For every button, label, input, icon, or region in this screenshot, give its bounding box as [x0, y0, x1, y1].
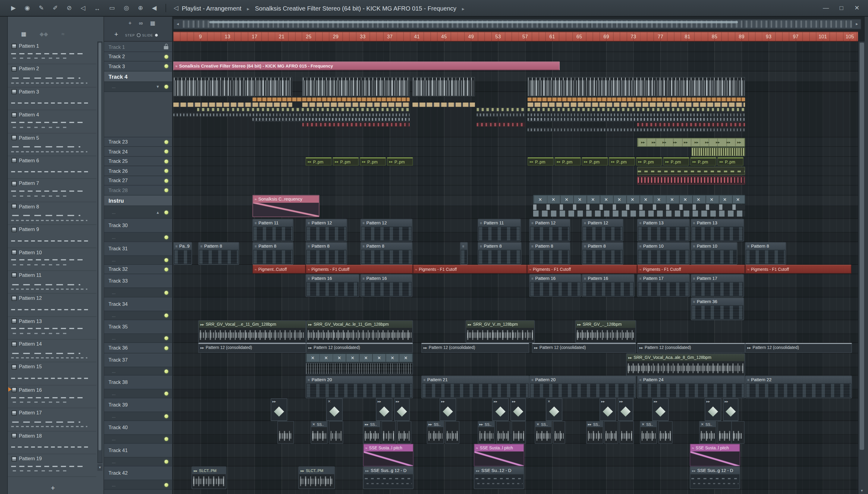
track-row[interactable]: ... [104, 390, 172, 398]
audio-clip[interactable] [412, 77, 475, 96]
pattern-list-item[interactable]: Pattern 3 [8, 88, 96, 110]
pattern-clip[interactable]: ≡Pattern 13 [691, 219, 744, 242]
pattern-clip[interactable]: ≡Pattern 13 [637, 219, 690, 242]
track-led[interactable] [164, 178, 169, 183]
track-row[interactable]: ... [104, 480, 172, 490]
track-row[interactable]: Track 31 [104, 242, 172, 256]
audio-clip[interactable]: ▸▸P..pm [555, 157, 580, 166]
clip[interactable] [528, 97, 745, 101]
track-row[interactable]: ...▴ [104, 206, 172, 218]
magnify-icon[interactable]: ⊕ [138, 4, 143, 12]
track-row[interactable]: ... [104, 334, 172, 343]
audio-clip[interactable]: ▸▸SS.. [478, 421, 495, 444]
clip[interactable] [305, 363, 413, 375]
track-row[interactable]: Track 26 [104, 166, 172, 176]
track-row[interactable]: ... [104, 311, 172, 320]
audio-clip[interactable]: ▸▸Pattern 12 (consolidated) [637, 343, 745, 353]
track-led[interactable] [164, 437, 169, 441]
audio-clip[interactable]: ▸▸P..pm [582, 157, 608, 166]
pattern-clip[interactable]: ≡Pattern 8 [582, 242, 623, 265]
scroll-right-icon[interactable]: ▸ [853, 22, 861, 27]
track-led[interactable] [164, 85, 169, 89]
pattern-clip[interactable]: ≡Pattern 11 [478, 219, 521, 242]
audio-clip[interactable]: ▸▸SRR_GV_.._128bpm [575, 320, 636, 343]
track-row[interactable]: Track 39 [104, 398, 172, 412]
audio-clip[interactable] [604, 421, 618, 444]
track-row[interactable]: Instru [104, 195, 172, 206]
track-row[interactable]: Track 28 [104, 186, 172, 195]
automation-clip[interactable]: ≈Pigment..Cutoff [253, 265, 305, 273]
pattern-list-item[interactable]: Pattern 4 [8, 110, 96, 133]
track-led[interactable] [164, 169, 169, 173]
pattern-clip[interactable]: ≡Pattern 16 [529, 274, 581, 297]
audio-clip[interactable]: ▸▸Pattern 12 (consolidated) [532, 343, 636, 353]
audio-clip[interactable] [619, 421, 634, 444]
audio-clip[interactable]: ✕SS.. [640, 421, 657, 444]
chevron-down-icon[interactable]: ▾ [157, 84, 159, 89]
audio-clip[interactable]: ✕ [546, 398, 563, 421]
clip[interactable] [476, 113, 525, 117]
pattern-clip[interactable]: ≡Pattern 8 [360, 242, 413, 265]
mute-tool-icon[interactable]: ◁ [81, 4, 85, 12]
track-row[interactable]: Track 40 [104, 421, 172, 435]
track-led[interactable] [164, 64, 169, 68]
playback-tool-icon[interactable]: ◀ [152, 4, 157, 12]
add-track-button[interactable]: + [113, 31, 120, 39]
audio-clip[interactable]: ▸▸SRR_GV_V..m_128bpm [466, 320, 535, 343]
pattern-list-item[interactable]: Pattern 14 [8, 340, 96, 362]
track-led[interactable] [164, 460, 169, 463]
pattern-list-item[interactable]: Pattern 16 [8, 385, 96, 408]
clip[interactable] [528, 107, 745, 112]
clip[interactable] [253, 117, 410, 122]
track-row[interactable]: Track 24 [104, 147, 172, 157]
pattern-scroll-down-icon[interactable]: ▾ [97, 464, 102, 471]
track-row[interactable]: Track 30 [104, 219, 172, 233]
track-row[interactable]: Track 4 [104, 72, 172, 82]
add-pattern-button[interactable]: + [8, 483, 98, 492]
pattern-picker-icon[interactable]: ▦ [21, 31, 26, 37]
pattern-clip[interactable]: ≡Pattern 16 [305, 274, 359, 297]
audio-clip[interactable]: ▸▸SLCT..PM [298, 467, 335, 489]
audio-clip[interactable]: ▸▸Pattern 12 (consolidated) [421, 343, 529, 353]
track-row[interactable] [104, 92, 172, 137]
clip[interactable] [476, 107, 525, 112]
track-led[interactable] [164, 392, 169, 396]
audio-clip[interactable]: ▸▸ [723, 398, 738, 421]
pattern-clip[interactable]: ≡Pattern 16 [360, 274, 413, 297]
audio-clip[interactable] [658, 421, 673, 444]
track-row[interactable]: Track 37 [104, 354, 172, 367]
track-led[interactable] [164, 235, 169, 239]
minimize-icon[interactable]: — [818, 4, 834, 12]
pattern-clip[interactable]: ▸▸SSE Sus..g 12 - D [690, 467, 740, 489]
arrange-icon[interactable]: + [129, 20, 132, 26]
pattern-clip[interactable]: ≡Pattern 8 [198, 242, 239, 265]
pattern-clip[interactable]: ≡Pattern 8 [745, 242, 786, 265]
track-row[interactable]: Track 36 [104, 343, 172, 354]
pattern-clip[interactable]: ≡Pattern 10 [637, 242, 690, 265]
track-led[interactable] [164, 290, 169, 294]
track-led[interactable] [164, 258, 169, 262]
audio-clip[interactable] [397, 421, 411, 444]
audio-clip[interactable]: ▸▸SRR_GV_Vocal_Ac..le_11_Gm_128bpm [306, 320, 413, 343]
audio-clip[interactable] [511, 421, 526, 444]
pattern-clip[interactable]: ≡ [460, 242, 468, 265]
track-row[interactable]: ... [104, 288, 172, 297]
pattern-clip[interactable]: ≡Pattern 24 [637, 376, 745, 398]
audio-clip[interactable]: ▸▸Pattern 12 (consolidated) [198, 343, 306, 353]
slip-tool-icon[interactable]: ↔ [94, 5, 100, 12]
automation-clip[interactable]: ≈Pigments - F1 Cutoff [637, 265, 745, 273]
track-row[interactable]: Track 41 [104, 444, 172, 457]
audio-clip[interactable]: ✕SS.. [535, 421, 552, 444]
fl-logo-icon[interactable]: ◉ [25, 4, 30, 12]
pattern-clip[interactable]: ≡Pattern 22 [745, 376, 852, 398]
automation-clip[interactable]: ≈SSE Susta..l pitch [363, 444, 414, 466]
audio-clip[interactable]: ▸▸SS.. [427, 421, 444, 444]
clip[interactable] [533, 205, 745, 210]
clip[interactable] [528, 127, 745, 132]
pattern-list-item[interactable]: Pattern 17 [8, 408, 96, 431]
audio-clip[interactable]: ▸▸P..pm [690, 157, 716, 166]
track-led[interactable] [164, 414, 169, 418]
pattern-clip[interactable]: ≡Pattern 17 [691, 274, 744, 297]
clip[interactable] [173, 102, 292, 107]
track-led[interactable] [164, 369, 169, 373]
